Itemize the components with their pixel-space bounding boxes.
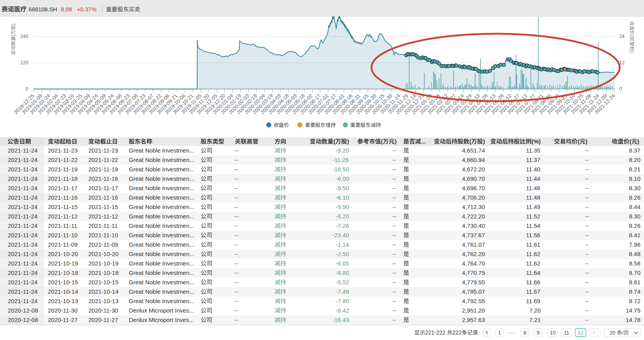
svg-text:--: -- bbox=[585, 185, 589, 191]
svg-text:8.74: 8.74 bbox=[629, 288, 640, 295]
svg-text:24: 24 bbox=[619, 34, 625, 39]
svg-text:2021-10-18: 2021-10-18 bbox=[48, 269, 78, 276]
svg-text:2020-11-30: 2020-11-30 bbox=[88, 307, 118, 314]
svg-text:4,761.07: 4,761.07 bbox=[462, 241, 485, 248]
svg-text:Great Noble Investmen...: Great Noble Investmen... bbox=[129, 251, 194, 257]
svg-text:2021-11-24: 2021-11-24 bbox=[8, 241, 38, 248]
svg-text:2021-10-13: 2021-10-13 bbox=[88, 298, 119, 304]
svg-text:+0.37%: +0.37% bbox=[77, 6, 97, 13]
svg-text:--: -- bbox=[234, 194, 238, 201]
svg-text:2021-11-24: 2021-11-24 bbox=[8, 298, 38, 304]
svg-text:--: -- bbox=[585, 194, 589, 201]
svg-text:2021-11-16: 2021-11-16 bbox=[88, 194, 118, 201]
svg-text:2021-11-24: 2021-11-24 bbox=[8, 166, 38, 173]
svg-text:Denlux Microport Inves...: Denlux Microport Inves... bbox=[129, 316, 194, 323]
svg-text:): ) bbox=[629, 51, 635, 53]
svg-text:2021-11-24: 2021-11-24 bbox=[8, 279, 38, 285]
svg-text:(: ( bbox=[11, 35, 16, 36]
svg-text:Great Noble Investmen...: Great Noble Investmen... bbox=[129, 279, 194, 285]
svg-text:--: -- bbox=[585, 241, 589, 248]
svg-text:2021-10-14: 2021-10-14 bbox=[48, 288, 78, 295]
svg-text:11.44: 11.44 bbox=[526, 175, 540, 182]
svg-text:11.37: 11.37 bbox=[526, 156, 540, 163]
svg-text:14.78: 14.78 bbox=[626, 316, 641, 323]
svg-text:--: -- bbox=[585, 156, 589, 163]
svg-text:Great Noble Investmen...: Great Noble Investmen... bbox=[129, 194, 194, 201]
svg-text:-2.50: -2.50 bbox=[336, 251, 349, 257]
svg-text:2021-11-22: 2021-11-22 bbox=[88, 156, 118, 163]
svg-text:2021-11-15: 2021-11-15 bbox=[48, 204, 78, 210]
svg-text:--: -- bbox=[392, 279, 396, 285]
svg-text:-6.05: -6.05 bbox=[336, 260, 349, 267]
svg-text:--: -- bbox=[392, 260, 396, 267]
svg-text:--: -- bbox=[585, 213, 589, 220]
svg-text:--: -- bbox=[234, 204, 238, 210]
svg-text:11.52: 11.52 bbox=[526, 213, 540, 220]
svg-text:2021-11-17: 2021-11-17 bbox=[48, 185, 78, 191]
svg-text:--: -- bbox=[585, 279, 589, 285]
svg-text:4,764.70: 4,764.70 bbox=[462, 260, 485, 267]
svg-text:11.66: 11.66 bbox=[526, 279, 540, 285]
svg-text:Great Noble Investmen...: Great Noble Investmen... bbox=[129, 232, 194, 238]
svg-text:Great Noble Investmen...: Great Noble Investmen... bbox=[129, 213, 194, 220]
svg-text:222: 222 bbox=[452, 329, 462, 336]
svg-text:): ) bbox=[483, 138, 485, 145]
svg-text:2021-10-18: 2021-10-18 bbox=[88, 269, 119, 276]
svg-text:): ) bbox=[395, 138, 397, 145]
svg-text:2021-11-24: 2021-11-24 bbox=[8, 147, 38, 154]
svg-text:): ) bbox=[637, 138, 639, 145]
svg-text:--: -- bbox=[585, 269, 589, 276]
svg-text:--: -- bbox=[234, 166, 238, 173]
svg-text:4,730.40: 4,730.40 bbox=[462, 222, 485, 229]
svg-text:8.20: 8.20 bbox=[629, 156, 640, 163]
svg-text:--: -- bbox=[392, 298, 396, 304]
svg-text:--: -- bbox=[234, 260, 238, 267]
svg-text:2021-10-13: 2021-10-13 bbox=[48, 298, 78, 304]
svg-text:8.61: 8.61 bbox=[629, 279, 640, 285]
svg-text:--: -- bbox=[585, 298, 589, 304]
svg-text:--: -- bbox=[392, 166, 396, 173]
svg-text:--: -- bbox=[585, 288, 589, 295]
svg-text:--: -- bbox=[392, 147, 396, 154]
svg-text:2021-11-24: 2021-11-24 bbox=[8, 156, 38, 163]
svg-text:2021-10-15: 2021-10-15 bbox=[88, 279, 119, 285]
svg-text:--: -- bbox=[392, 251, 396, 257]
svg-text:Great Noble Investmen...: Great Noble Investmen... bbox=[129, 298, 194, 304]
svg-text:4,762.20: 4,762.20 bbox=[462, 251, 485, 257]
svg-text:2021-11-23: 2021-11-23 bbox=[88, 147, 118, 154]
svg-text:-9.50: -9.50 bbox=[336, 185, 349, 191]
svg-text:-7.80: -7.80 bbox=[336, 298, 349, 304]
svg-text:8.30: 8.30 bbox=[629, 213, 640, 220]
svg-text:--: -- bbox=[234, 279, 238, 285]
svg-text:2020-11-30: 2020-11-30 bbox=[48, 307, 78, 314]
svg-text:--: -- bbox=[585, 316, 589, 323]
svg-text:(: ( bbox=[629, 35, 635, 37]
svg-text:7.20: 7.20 bbox=[529, 307, 541, 314]
svg-text:11.61: 11.61 bbox=[526, 241, 540, 248]
svg-text:2021-10-19: 2021-10-19 bbox=[48, 260, 78, 267]
svg-text:Great Noble Investmen...: Great Noble Investmen... bbox=[129, 175, 194, 182]
svg-text:1: 1 bbox=[498, 330, 501, 336]
svg-text:--: -- bbox=[234, 251, 238, 257]
svg-text:8.10: 8.10 bbox=[629, 175, 640, 182]
svg-text:2020-11-27: 2020-11-27 bbox=[48, 316, 78, 323]
svg-text:Great Noble Investmen...: Great Noble Investmen... bbox=[129, 156, 194, 163]
svg-text:--: -- bbox=[234, 288, 238, 295]
svg-text:7.96: 7.96 bbox=[629, 241, 640, 248]
svg-text:221-222: 221-222 bbox=[425, 329, 446, 336]
svg-text:4,785.07: 4,785.07 bbox=[462, 288, 485, 295]
svg-text:2021-11-16: 2021-11-16 bbox=[48, 194, 78, 201]
svg-text:--: -- bbox=[392, 175, 396, 182]
svg-text:4,660.94: 4,660.94 bbox=[462, 156, 485, 163]
svg-text:(: ( bbox=[578, 138, 580, 145]
svg-text:2021-11-12: 2021-11-12 bbox=[48, 213, 78, 220]
svg-text:(: ( bbox=[469, 138, 471, 145]
svg-text:8.30: 8.30 bbox=[629, 185, 640, 191]
svg-text:11.69: 11.69 bbox=[526, 298, 540, 304]
svg-text:8.08: 8.08 bbox=[61, 6, 72, 13]
svg-text:8.26: 8.26 bbox=[629, 222, 640, 229]
svg-text:8.41: 8.41 bbox=[629, 232, 640, 238]
svg-text:-8.80: -8.80 bbox=[336, 269, 349, 276]
svg-text:-11.26: -11.26 bbox=[333, 156, 349, 163]
svg-text:Denlux Microport Inves...: Denlux Microport Inves... bbox=[129, 307, 194, 314]
